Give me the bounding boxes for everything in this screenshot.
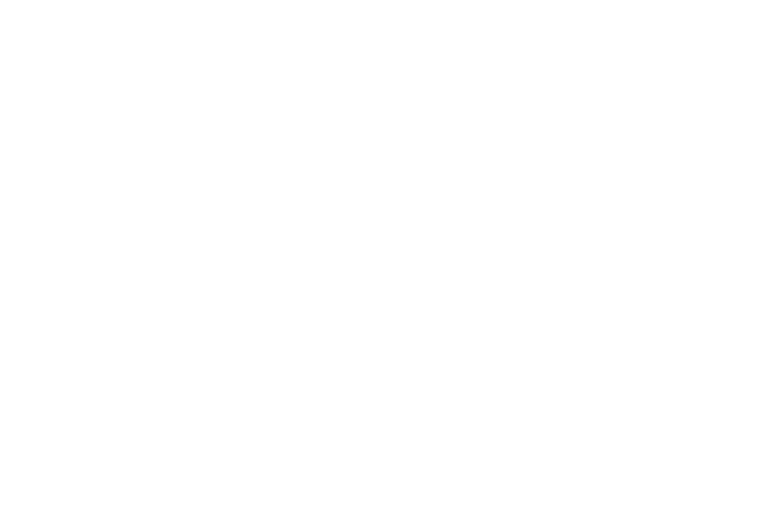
chart-svg	[0, 0, 783, 532]
chart-container	[0, 0, 783, 532]
